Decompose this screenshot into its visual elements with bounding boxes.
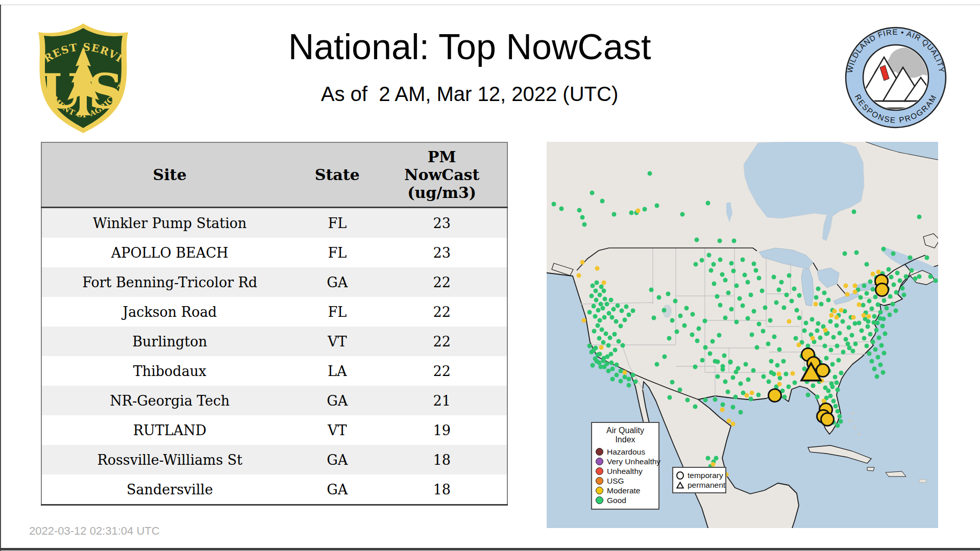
column-header-state: State <box>298 142 377 208</box>
monitor-site-dot-good <box>668 395 672 400</box>
monitor-site-dot-good <box>835 344 840 348</box>
monitor-site-dot-good <box>865 262 869 267</box>
monitor-site-dot-good <box>594 289 598 293</box>
monitor-site-dot-good <box>831 335 836 340</box>
marker-type-legend: temporarypermanent <box>672 467 726 493</box>
monitor-site-dot-good <box>822 291 827 295</box>
monitor-site-dot-good <box>746 378 751 382</box>
monitor-site-dot-good <box>592 348 596 353</box>
monitor-site-dot-good <box>797 316 802 320</box>
monitor-site-dot-good <box>761 329 766 334</box>
monitor-site-dot-good <box>743 273 747 278</box>
monitor-site-dot-good <box>872 314 877 319</box>
jamaica <box>867 467 874 471</box>
site-cell: NR-Georgia Tech <box>41 386 298 415</box>
value-cell: 21 <box>377 386 507 415</box>
monitor-site-dot-good <box>593 314 598 319</box>
site-cell: APOLLO BEACH <box>41 238 298 267</box>
monitor-site-dot-good <box>606 343 611 348</box>
monitor-site-dot-good <box>733 395 738 399</box>
monitor-site-dot-good <box>616 304 620 308</box>
monitor-site-dot-good <box>797 293 802 298</box>
site-cell: Rossville-Williams St <box>41 445 298 474</box>
monitor-site-dot-good <box>898 279 902 283</box>
monitor-site-dot-good <box>592 329 597 334</box>
monitor-site-dot-good <box>862 284 867 288</box>
monitor-site-dot-moderate <box>750 391 754 395</box>
monitor-site-dot-good <box>834 404 838 409</box>
monitor-site-dot-good <box>889 275 894 280</box>
monitor-site-dot-good <box>870 307 874 311</box>
site-cell: Winkler Pump Station <box>41 208 298 238</box>
monitor-site-dot-good <box>878 310 883 315</box>
monitor-site-dot-good <box>582 222 587 227</box>
monitor-site-dot-good <box>601 340 606 345</box>
monitor-site-dot-good <box>757 276 762 281</box>
table-row: BurlingtonVT22 <box>41 327 507 356</box>
monitor-site-dot-good <box>620 309 624 313</box>
aqi-color-dot-icon <box>596 477 603 485</box>
monitor-site-dot-moderate <box>636 209 641 213</box>
monitor-site-dot-good <box>883 332 888 336</box>
monitor-site-dot-moderate <box>797 343 801 347</box>
monitor-site-dot-good <box>790 299 794 304</box>
monitor-site-dot-moderate <box>811 336 815 341</box>
monitor-site-dot-good <box>814 295 819 300</box>
monitor-site-dot-good <box>910 268 914 273</box>
monitor-site-dot-good <box>717 333 722 338</box>
monitor-site-dot-good <box>777 288 781 292</box>
monitor-site-dot-good <box>714 456 719 461</box>
monitor-site-dot-good <box>731 269 736 273</box>
monitor-site-dot-good <box>610 377 615 382</box>
monitor-site-dot-good <box>913 277 918 281</box>
monitor-site-dot-good <box>768 318 773 323</box>
monitor-site-dot-good <box>602 365 607 369</box>
state-cell: FL <box>298 208 377 238</box>
table-row: Winkler Pump StationFL23 <box>41 208 507 238</box>
monitor-site-dot-good <box>666 292 671 296</box>
monitor-site-dot-good <box>694 262 698 267</box>
monitor-site-dot-good <box>795 308 799 313</box>
monitor-site-dot-good <box>611 307 616 312</box>
monitor-site-dot-good <box>703 319 707 323</box>
monitor-site-dot-good <box>718 258 723 262</box>
marker-type-item: permanent <box>676 480 722 490</box>
monitor-site-dot-good <box>826 389 831 393</box>
monitor-site-dot-good <box>605 302 609 307</box>
state-cell: FL <box>298 238 377 267</box>
monitor-site-dot-good <box>598 318 602 323</box>
monitor-site-dot-good <box>670 318 675 323</box>
value-cell: 23 <box>377 208 507 238</box>
monitor-site-dot-good <box>749 293 753 297</box>
monitor-site-dot-moderate <box>871 272 875 277</box>
monitor-site-dot-moderate <box>857 303 862 307</box>
monitor-site-dot-good <box>816 287 821 291</box>
site-cell: Burlington <box>41 327 298 356</box>
monitor-site-dot-moderate <box>777 382 782 387</box>
marker-type-label: temporary <box>688 471 723 480</box>
monitor-site-dot-good <box>860 329 864 333</box>
aqi-legend-item: Good <box>596 495 655 505</box>
monitor-site-dot-good <box>762 374 766 379</box>
monitor-site-dot-good <box>828 394 833 398</box>
table-row: Rossville-Williams StGA18 <box>41 445 507 474</box>
monitor-site-dot-good <box>652 316 656 320</box>
aqi-legend-item: USG <box>596 476 655 486</box>
monitor-site-dot-good <box>592 304 596 309</box>
monitor-site-dot-moderate <box>829 313 834 318</box>
table-row: RUTLANDVT19 <box>41 415 507 445</box>
monitor-site-dot-good <box>700 358 705 363</box>
header: National: Top NowCast As of 2 AM, Mar 12… <box>143 27 796 106</box>
monitor-site-dot-good <box>695 339 700 343</box>
monitor-site-dot-good <box>885 306 889 311</box>
monitor-site-dot-good <box>836 423 840 428</box>
aqi-color-dot-icon <box>596 496 603 504</box>
monitor-site-dot-good <box>865 291 869 296</box>
monitor-site-dot-good <box>837 358 841 363</box>
monitor-site-dot-moderate <box>844 284 848 288</box>
monitor-site-dot-good <box>700 258 704 263</box>
monitor-site-dot-good <box>769 359 774 364</box>
monitor-site-dot-good <box>772 335 777 339</box>
monitor-site-dot-good <box>894 309 898 313</box>
marker-type-item: temporary <box>676 470 722 480</box>
